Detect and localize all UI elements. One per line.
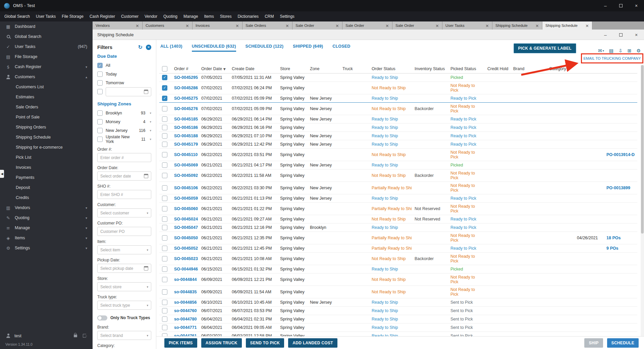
assign-truck-button[interactable]: ASSIGN TRUCK — [201, 338, 242, 348]
tab-close-icon[interactable]: × — [585, 23, 589, 28]
tab-close-icon[interactable]: × — [385, 23, 389, 28]
sidebar-item-estimates[interactable]: Estimates — [0, 92, 93, 102]
menu-item-items[interactable]: Items — [201, 14, 217, 19]
column-header-truck[interactable]: Truck — [340, 64, 369, 73]
status-tab-scheduled-122[interactable]: SCHEDULED (122) — [246, 44, 283, 52]
sidebar-item-shipping-orders[interactable]: Shipping Orders — [0, 122, 93, 132]
restore-button[interactable] — [613, 0, 629, 11]
row-checkbox[interactable] — [162, 316, 167, 322]
order-link[interactable]: SO-0045179 — [174, 142, 198, 147]
table-row[interactable]: SO-004494606/15/202106/15/2021 01:32 PMS… — [159, 265, 637, 273]
checkbox-today[interactable] — [97, 71, 103, 77]
checkbox-upstate-new-york[interactable] — [97, 137, 103, 142]
column-header-store[interactable]: Store — [277, 64, 307, 73]
order-link[interactable]: SO-0045276 — [174, 106, 198, 111]
inner-minimize-button[interactable]: – — [598, 30, 613, 40]
document-icon[interactable]: ▤ — [609, 48, 613, 53]
schedule-button[interactable]: SCHEDULE — [607, 338, 639, 348]
row-checkbox[interactable] — [162, 216, 167, 222]
scrollbar-thumb[interactable] — [641, 65, 644, 234]
customer-po-input[interactable]: Customer PO — [97, 227, 151, 236]
po-link[interactable]: 18 POs — [606, 236, 621, 240]
table-row[interactable]: SO-004518506/29/202106/29/2021 06:14 PMS… — [159, 115, 637, 123]
order-link[interactable]: SO-0044946 — [174, 267, 198, 271]
select-all-checkbox[interactable] — [162, 66, 167, 71]
column-header-blank[interactable] — [574, 64, 604, 73]
table-row[interactable]: SO-004527607/02/202107/02/2021 05:09 PMS… — [159, 102, 637, 115]
export-icon[interactable]: ⇩ — [619, 48, 623, 53]
sidebar-item-deposit[interactable]: Deposit — [0, 183, 93, 193]
settings-icon[interactable]: ⚙ — [636, 48, 641, 53]
tab-close-icon[interactable]: × — [136, 23, 139, 28]
row-checkbox[interactable] — [162, 133, 167, 139]
add-landed-cost-button[interactable]: ADD LANDED COST — [288, 338, 337, 348]
order-link[interactable]: SO-0045106 — [174, 186, 198, 190]
tab-sale-order[interactable]: Sale Order× — [392, 21, 442, 30]
chevron-down-icon[interactable]: ▾ — [150, 120, 151, 123]
tab-sale-orders[interactable]: Sale Orders× — [243, 21, 292, 30]
row-checkbox[interactable]: ✓ — [162, 75, 167, 80]
customer-input[interactable]: Select customer▾ — [97, 208, 151, 217]
table-row[interactable]: ✓SO-004529507/05/202107/05/2021 11:31 AM… — [159, 73, 637, 82]
tab-shipping-schedule[interactable]: Shipping Schedule× — [542, 21, 592, 30]
only-no-truck-types-toggle[interactable] — [97, 315, 107, 320]
sidebar-item-user-tasks[interactable]: ✓User Tasks(947) — [0, 42, 93, 52]
column-header-zone[interactable]: Zone — [307, 64, 340, 73]
pick-items-button[interactable]: PICK ITEMS — [164, 338, 197, 348]
order-link[interactable]: SO-0045295 — [174, 75, 198, 80]
store-input[interactable]: Select store▾ — [97, 282, 151, 291]
sidebar-item-file-storage[interactable]: ▤File Storage — [0, 52, 93, 62]
row-checkbox[interactable] — [162, 125, 167, 130]
due-date-input[interactable] — [106, 87, 151, 96]
sidebar-item-dashboard[interactable]: ▦Dashboard — [0, 21, 93, 32]
row-checkbox[interactable] — [162, 266, 167, 272]
sidebar-item-global-search[interactable]: Global Search — [0, 32, 93, 42]
checkbox-monsey[interactable] — [97, 119, 103, 124]
row-checkbox[interactable] — [162, 277, 167, 282]
sidebar-item-pick-list[interactable]: Pick List — [0, 152, 93, 162]
sidebar-item-customers-list[interactable]: Customers List — [0, 82, 93, 92]
table-row[interactable]: ✓SO-004528607/02/202107/02/2021 06:24 PM… — [159, 82, 637, 94]
menu-item-customer[interactable]: Customer — [118, 14, 142, 19]
table-row[interactable]: SO-004518806/29/202106/29/2021 07:10 PMS… — [159, 132, 637, 140]
table-row[interactable]: so-004483506/09/202106/09/2021 11:54 AMS… — [159, 286, 637, 298]
grid-icon[interactable]: ⊞ — [628, 48, 632, 53]
sidebar-item-settings[interactable]: ⚙Settings▾ — [0, 243, 93, 253]
column-header-blank[interactable] — [604, 64, 637, 73]
table-row[interactable]: SO-004506006/21/202106/21/2021 01:22 PMS… — [159, 202, 637, 215]
column-header-brand[interactable]: Brand — [511, 64, 546, 73]
table-row[interactable]: SO-004509206/22/202106/22/2021 11:58 AMS… — [159, 169, 637, 182]
chevron-down-icon[interactable]: ▾ — [150, 138, 151, 141]
row-checkbox[interactable] — [162, 206, 167, 211]
order-link[interactable]: SO-0045047 — [174, 225, 198, 230]
sidebar-item-quoting[interactable]: ✎Quoting▾ — [0, 213, 93, 223]
column-header-blank[interactable] — [159, 64, 171, 73]
row-checkbox[interactable]: ✓ — [162, 96, 167, 101]
inner-close-button[interactable]: × — [629, 30, 644, 40]
order-link[interactable]: so-0044856 — [174, 300, 197, 305]
checkbox-all[interactable]: ✓ — [97, 63, 103, 68]
order-link[interactable]: SO-0045059 — [174, 196, 198, 201]
column-header-order-status[interactable]: Order Status — [369, 64, 412, 73]
lock-icon[interactable] — [72, 335, 78, 337]
menu-item-crm[interactable]: CRM — [262, 14, 277, 19]
table-row[interactable]: so-004476006/07/202106/07/2021 03:53 PMS… — [159, 306, 637, 315]
order-link[interactable]: so-0044780 — [174, 317, 197, 321]
table-row[interactable]: SO-004504706/21/202106/21/2021 12:16 PMS… — [159, 223, 637, 232]
vertical-scrollbar[interactable] — [641, 64, 644, 336]
tab-invoices[interactable]: Invoices× — [193, 21, 243, 30]
inner-restore-button[interactable] — [613, 30, 629, 40]
row-checkbox[interactable] — [162, 106, 167, 111]
order-link[interactable]: SO-0045050 — [174, 236, 198, 240]
pick-generate-label-button[interactable]: PICK & GENERATE LABEL — [514, 43, 576, 53]
order-link[interactable]: SO-0045286 — [174, 86, 198, 90]
tab-close-icon[interactable]: × — [235, 23, 239, 28]
sidebar-item-point-of-sale[interactable]: Point of Sale — [0, 112, 93, 122]
menu-item-dictionaries[interactable]: Dictionaries — [234, 14, 262, 19]
order-link[interactable]: so-0044835 — [174, 290, 197, 294]
sidebar-item-sale-orders[interactable]: Sale Orders — [0, 102, 93, 112]
order-link[interactable]: SO-0045188 — [174, 134, 198, 138]
table-row[interactable]: so-004478006/04/202106/04/2021 02:31 PMS… — [159, 315, 637, 323]
table-row[interactable]: so-004485606/10/202106/10/2021 10:45 AMS… — [159, 298, 637, 306]
close-button[interactable]: × — [629, 0, 644, 11]
